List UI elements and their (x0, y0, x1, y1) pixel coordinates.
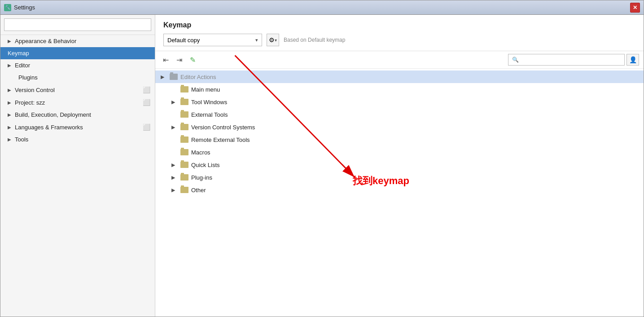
tree-item-other[interactable]: ▶ Other (155, 184, 644, 196)
tree-label-macros: Macros (191, 149, 210, 156)
tree-arrow-quick-lists: ▶ (171, 162, 178, 168)
sidebar-item-tools[interactable]: ▶ Tools (0, 133, 155, 145)
tree-label-main-menu: Main menu (191, 86, 220, 93)
gear-dropdown-arrow: ▾ (275, 38, 277, 43)
tree-item-main-menu[interactable]: Main menu (155, 83, 644, 96)
search-right-container: 👤 (508, 54, 639, 66)
keymap-toolbar: ⇤ ⇥ ✎ 👤 (155, 51, 644, 69)
tree-item-remote-external-tools[interactable]: Remote External Tools (155, 133, 644, 146)
tree-label-vcs: Version Control Systems (191, 124, 255, 131)
sidebar-item-appearance[interactable]: ▶ Appearance & Behavior (0, 35, 155, 47)
sidebar-label-appearance: Appearance & Behavior (15, 38, 76, 44)
keymap-dropdown-value: Default copy (167, 37, 200, 44)
app-icon: 🔧 (4, 4, 11, 11)
tree-item-external-tools[interactable]: External Tools (155, 108, 644, 121)
folder-icon-tool-windows (180, 99, 188, 105)
folder-icon-main-menu (180, 86, 188, 92)
sidebar-arrow-build: ▶ (8, 112, 11, 117)
tree-arrow-plug-ins: ▶ (171, 175, 178, 181)
sidebar-search-container (0, 15, 155, 35)
close-button[interactable]: ✕ (630, 3, 640, 13)
sidebar: ▶ Appearance & Behavior Keymap ▶ Editor … (0, 15, 155, 317)
sidebar-label-tools: Tools (15, 136, 28, 143)
tree-label-editor-actions: Editor Actions (180, 74, 216, 80)
expand-all-button[interactable]: ⇥ (173, 54, 185, 66)
tree-label-other: Other (191, 187, 206, 194)
sidebar-search-input[interactable] (4, 18, 151, 31)
tree-arrow-editor-actions: ▶ (161, 74, 167, 80)
sidebar-arrow-languages: ▶ (8, 125, 11, 130)
sidebar-label-plugins: Plugins (18, 74, 38, 81)
sidebar-label-build: Build, Execution, Deployment (15, 111, 91, 118)
content-header: Keymap Default copy ▾ ⚙ ▾ Based on Defau… (155, 15, 644, 51)
sidebar-label-project: Project: szz (15, 99, 45, 106)
sidebar-arrow-editor: ▶ (8, 63, 11, 68)
tree-arrow-tool-windows: ▶ (171, 99, 178, 105)
window-title: Settings (14, 4, 35, 11)
page-title: Keymap (163, 21, 635, 29)
main-area: ▶ Appearance & Behavior Keymap ▶ Editor … (0, 15, 644, 317)
search-options-button[interactable]: 👤 (626, 54, 639, 66)
tree-label-external-tools: External Tools (191, 111, 228, 118)
title-bar-controls: ✕ (630, 3, 640, 13)
chevron-down-icon: ▾ (255, 37, 258, 43)
sidebar-item-plugins[interactable]: Plugins (0, 71, 155, 84)
tree-label-remote-external-tools: Remote External Tools (191, 136, 250, 143)
collapse-all-button[interactable]: ⇤ (160, 54, 171, 66)
tree-item-version-control-systems[interactable]: ▶ Version Control Systems (155, 121, 644, 133)
sidebar-label-version-control: Version Control (15, 87, 55, 93)
edit-button[interactable]: ✎ (187, 54, 198, 66)
tree-item-editor-actions[interactable]: ▶ Editor Actions (155, 70, 644, 83)
sidebar-item-build[interactable]: ▶ Build, Execution, Deployment (0, 109, 155, 121)
sidebar-item-project[interactable]: ▶ Project: szz ⬜ (0, 96, 155, 109)
keymap-based-label: Based on Default keymap (284, 37, 345, 43)
tree-label-tool-windows: Tool Windows (191, 99, 227, 106)
keymap-dropdown[interactable]: Default copy ▾ (163, 34, 262, 46)
sidebar-arrow-project: ▶ (8, 100, 11, 105)
sidebar-arrow-tools: ▶ (8, 137, 11, 142)
folder-icon-editor-actions (170, 74, 178, 80)
sidebar-item-version-control[interactable]: ▶ Version Control ⬜ (0, 84, 155, 96)
tree-item-quick-lists[interactable]: ▶ Quick Lists (155, 158, 644, 171)
languages-badge-icon: ⬜ (143, 123, 150, 131)
folder-icon-remote-external-tools (180, 136, 188, 143)
edit-icon: ✎ (190, 56, 196, 64)
version-control-badge-icon: ⬜ (143, 86, 150, 93)
folder-icon-plug-ins (180, 174, 188, 181)
folder-icon-quick-lists (180, 162, 188, 168)
folder-icon-vcs (180, 124, 188, 130)
tree-arrow-other: ▶ (171, 187, 178, 193)
sidebar-item-languages[interactable]: ▶ Languages & Frameworks ⬜ (0, 121, 155, 133)
title-bar: 🔧 Settings ✕ (0, 0, 644, 15)
sidebar-arrow-version-control: ▶ (8, 88, 11, 92)
keymap-selector-row: Default copy ▾ ⚙ ▾ Based on Default keym… (163, 34, 635, 46)
person-search-icon: 👤 (629, 56, 637, 63)
sidebar-label-editor: Editor (15, 62, 30, 69)
title-bar-left: 🔧 Settings (4, 4, 35, 11)
tree-item-tool-windows[interactable]: ▶ Tool Windows (155, 96, 644, 108)
folder-icon-external-tools (180, 111, 188, 118)
tree-label-plug-ins: Plug-ins (191, 174, 212, 181)
sidebar-item-editor[interactable]: ▶ Editor (0, 59, 155, 71)
collapse-icon: ⇤ (163, 56, 169, 64)
sidebar-item-keymap[interactable]: Keymap (0, 47, 155, 59)
settings-window: 🔧 Settings ✕ ▶ Appearance & Behavior Key… (0, 0, 644, 317)
content-area: Keymap Default copy ▾ ⚙ ▾ Based on Defau… (155, 15, 644, 317)
tree-arrow-vcs: ▶ (171, 124, 178, 130)
tree-label-quick-lists: Quick Lists (191, 162, 220, 168)
expand-icon: ⇥ (176, 56, 182, 64)
keymap-tree-list: ▶ Editor Actions Main menu ▶ Tool Window… (155, 69, 644, 317)
keymap-search-input[interactable] (508, 54, 625, 66)
tree-item-plug-ins[interactable]: ▶ Plug-ins (155, 171, 644, 184)
folder-icon-macros (180, 149, 188, 155)
sidebar-label-languages: Languages & Frameworks (15, 124, 83, 131)
sidebar-arrow-appearance: ▶ (8, 39, 11, 44)
keymap-gear-button[interactable]: ⚙ ▾ (267, 34, 279, 46)
folder-icon-other (180, 187, 188, 193)
tree-item-macros[interactable]: Macros (155, 146, 644, 158)
project-badge-icon: ⬜ (143, 99, 150, 106)
gear-icon: ⚙ (269, 36, 275, 44)
sidebar-label-keymap: Keymap (8, 50, 29, 57)
